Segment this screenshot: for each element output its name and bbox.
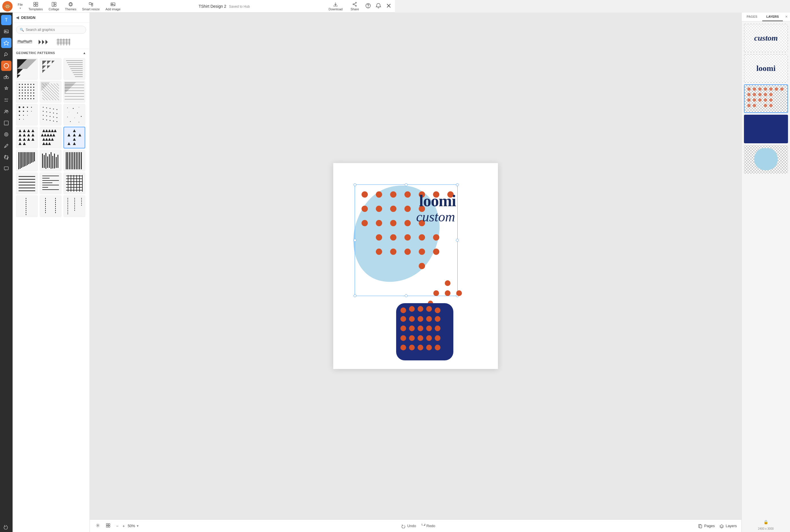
svg-rect-10 (89, 2, 91, 4)
brand-tool[interactable] (1, 129, 12, 139)
svg-rect-255 (26, 200, 26, 201)
image-tool[interactable] (1, 26, 12, 37)
adjust-icon (4, 97, 9, 103)
canvas-wrapper[interactable]: loomi custom (333, 163, 395, 266)
comment-tool[interactable] (1, 164, 12, 174)
svg-point-78 (19, 92, 20, 94)
smart-resize-button[interactable]: Smart resize (80, 1, 102, 12)
help-button[interactable] (364, 2, 372, 11)
pattern-thumb-19[interactable] (16, 195, 38, 217)
smart-resize-label: Smart resize (82, 7, 100, 11)
svg-point-92 (25, 98, 26, 99)
svg-point-146 (50, 120, 51, 121)
svg-marker-192 (73, 134, 76, 136)
pattern-thumb-16[interactable] (16, 172, 38, 194)
pattern-thumb-7[interactable] (16, 104, 38, 126)
templates-button[interactable]: Templates (26, 1, 45, 12)
back-arrow: ◀ (16, 16, 19, 20)
bell-button[interactable] (374, 2, 382, 11)
pattern-thumb-14[interactable] (40, 150, 61, 171)
pattern-thumb-17[interactable] (40, 172, 61, 194)
pattern-thumb-10[interactable] (16, 127, 38, 149)
svg-rect-5 (36, 4, 38, 6)
svg-marker-195 (68, 142, 70, 145)
svg-point-138 (57, 113, 57, 114)
close-button[interactable] (385, 2, 393, 11)
crop-tool[interactable] (1, 118, 12, 128)
share-button[interactable]: Share (348, 1, 362, 12)
svg-marker-47 (42, 70, 45, 73)
design-header[interactable]: ◀ DESIGN (13, 13, 90, 23)
crop-icon (4, 120, 9, 126)
svg-rect-198 (20, 152, 21, 169)
text-tool[interactable]: T (1, 15, 12, 25)
graphics-tool[interactable] (1, 38, 12, 48)
svg-point-136 (50, 112, 51, 113)
svg-marker-179 (44, 134, 46, 136)
pattern-thumb-4[interactable] (16, 81, 38, 103)
pattern-thumb-20[interactable] (40, 195, 61, 217)
themes-icon (68, 2, 73, 7)
svg-point-154 (67, 117, 68, 117)
pattern-thumb-5[interactable] (40, 81, 61, 103)
pattern-thumb-9[interactable] (63, 104, 85, 126)
svg-point-64 (30, 84, 32, 85)
svg-point-311 (390, 206, 395, 212)
pattern-thumb-21[interactable] (63, 195, 85, 217)
svg-point-67 (22, 87, 23, 88)
svg-rect-226 (78, 152, 78, 169)
svg-point-149 (67, 108, 68, 108)
pattern-thumb-1[interactable] (16, 58, 38, 80)
pattern-icon-3[interactable] (55, 38, 72, 46)
pattern-thumb-18[interactable] (63, 172, 85, 194)
transform-tool[interactable] (1, 152, 12, 163)
svg-rect-206 (31, 152, 32, 163)
svg-point-77 (33, 90, 34, 91)
pattern-icon-1[interactable] (16, 38, 33, 46)
save-status[interactable]: Saved to Hub (229, 4, 250, 8)
svg-rect-291 (74, 201, 75, 202)
pattern-thumb-13[interactable] (16, 150, 38, 171)
canvas-content: loomi custom (333, 163, 395, 266)
pattern-thumb-12[interactable] (63, 127, 85, 149)
themes-button[interactable]: Themes (63, 1, 79, 12)
collage-button[interactable]: Collage (46, 1, 61, 12)
canvas-area: loomi custom (90, 13, 395, 266)
pattern-thumb-15[interactable] (63, 150, 85, 171)
pattern-thumb-11[interactable] (40, 127, 61, 149)
pattern-thumb-8[interactable] (40, 104, 61, 126)
svg-rect-272 (55, 200, 56, 201)
svg-point-63 (27, 84, 28, 85)
draw-tool[interactable] (1, 141, 12, 151)
pattern-thumb-6[interactable] (63, 81, 85, 103)
svg-point-310 (376, 206, 382, 212)
shapes-tool[interactable] (1, 72, 12, 82)
svg-point-89 (33, 95, 34, 96)
file-menu[interactable]: File ▼ (16, 2, 25, 11)
pattern-icon-2[interactable] (36, 38, 53, 46)
close-icon (386, 3, 391, 8)
smart-resize-icon (89, 2, 94, 7)
svg-point-158 (79, 122, 79, 122)
svg-line-106 (42, 98, 45, 100)
team-tool[interactable] (1, 107, 12, 117)
geometric-section-header[interactable]: GEOMETRIC PATTERNS ▲ (13, 49, 90, 57)
search-input[interactable] (26, 28, 82, 32)
svg-point-80 (25, 92, 26, 94)
pattern-thumb-3[interactable] (63, 58, 85, 80)
pattern-thumb-2[interactable] (40, 58, 61, 80)
download-button[interactable]: Download (326, 1, 346, 12)
color-tool[interactable] (1, 61, 12, 71)
add-image-button[interactable]: Add image (103, 1, 123, 12)
adjust-tool[interactable] (1, 95, 12, 105)
effects-tool[interactable] (1, 83, 12, 94)
orange-dots[interactable] (356, 186, 395, 266)
svg-rect-256 (26, 202, 26, 203)
svg-point-121 (23, 111, 24, 112)
svg-rect-283 (68, 205, 68, 206)
svg-line-103 (42, 89, 53, 100)
svg-rect-298 (81, 200, 82, 201)
background-tool[interactable] (1, 49, 12, 59)
svg-point-87 (27, 95, 28, 96)
svg-point-130 (46, 108, 47, 109)
